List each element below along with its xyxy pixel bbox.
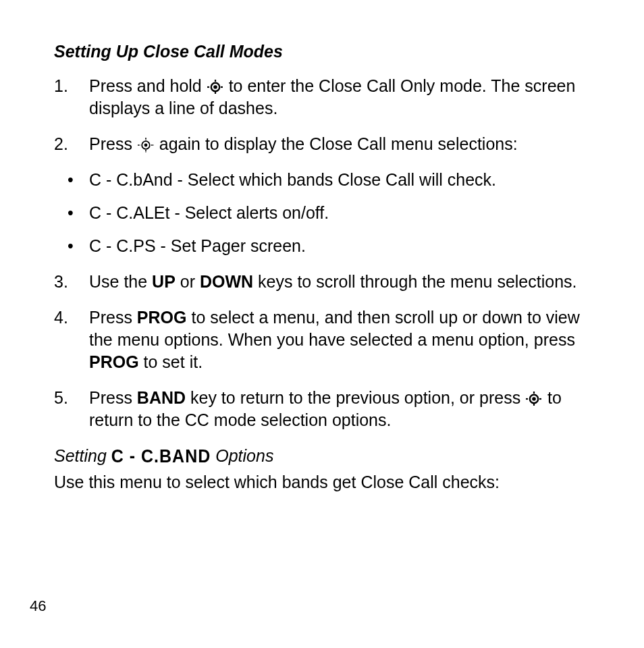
text-fragment: Press xyxy=(89,134,137,153)
close-call-icon xyxy=(207,80,224,94)
text-fragment: or xyxy=(176,272,200,291)
bullet-icon: • xyxy=(68,235,89,257)
sub-heading: Setting C - C.BAND Options xyxy=(54,445,597,467)
svg-point-5 xyxy=(213,85,217,89)
key-label: UP xyxy=(152,272,176,291)
ordered-steps-list-cont: 3. Use the UP or DOWN keys to scroll thr… xyxy=(54,271,597,431)
list-item: • C - C.ALEt - Select alerts on/off. xyxy=(54,202,597,224)
section-heading: Setting Up Close Call Modes xyxy=(54,40,597,63)
close-call-icon xyxy=(525,392,543,406)
step-text: Press PROG to select a menu, and then sc… xyxy=(89,306,597,373)
bullet-icon: • xyxy=(68,202,89,224)
key-label: DOWN xyxy=(200,272,253,291)
list-item: • C - C.PS - Set Pager screen. xyxy=(54,235,597,257)
list-text: C - C.PS - Set Pager screen. xyxy=(89,235,597,257)
step-5: 5. Press BAND key to return to the previ… xyxy=(54,387,597,431)
text-fragment: Setting xyxy=(54,446,111,465)
text-fragment: to set it. xyxy=(139,352,203,371)
step-text: Press BAND key to return to the previous… xyxy=(89,387,597,431)
step-number: 4. xyxy=(54,306,89,373)
key-label: PROG xyxy=(137,308,187,327)
step-1: 1. Press and hold to enter the Close Cal… xyxy=(54,75,597,119)
document-page: Setting Up Close Call Modes 1. Press and… xyxy=(0,0,644,648)
svg-point-11 xyxy=(144,144,147,147)
text-fragment: Press xyxy=(89,388,137,407)
close-call-icon xyxy=(137,138,155,153)
bullet-icon: • xyxy=(68,169,89,191)
list-text: C - C.bAnd - Select which bands Close Ca… xyxy=(89,169,597,191)
body-text: Use this menu to select which bands get … xyxy=(54,471,597,493)
step-number: 2. xyxy=(54,133,89,155)
step-text: Press and hold to enter the Close Call O… xyxy=(89,75,597,119)
page-number: 46 xyxy=(30,596,46,616)
key-label: PROG xyxy=(89,352,139,371)
text-fragment: Press xyxy=(89,308,137,327)
bulleted-sub-list: • C - C.bAnd - Select which bands Close … xyxy=(54,169,597,257)
list-text: C - C.ALEt - Select alerts on/off. xyxy=(89,202,597,224)
step-number: 1. xyxy=(54,75,89,119)
step-4: 4. Press PROG to select a menu, and then… xyxy=(54,306,597,373)
step-number: 3. xyxy=(54,271,89,293)
step-text: Press again to display the Close Call me… xyxy=(89,133,597,155)
text-fragment: again to display the Close Call menu sel… xyxy=(159,134,518,153)
key-label: BAND xyxy=(137,388,186,407)
ordered-steps-list: 1. Press and hold to enter the Close Cal… xyxy=(54,75,597,155)
step-2: 2. Press again to display the Close Call… xyxy=(54,133,597,155)
list-item: • C - C.bAnd - Select which bands Close … xyxy=(54,169,597,191)
step-text: Use the UP or DOWN keys to scroll throug… xyxy=(89,271,597,293)
text-fragment: Press and hold xyxy=(89,76,207,95)
text-fragment: key to return to the previous option, or… xyxy=(186,388,525,407)
text-fragment: Options xyxy=(211,446,273,465)
svg-point-17 xyxy=(532,397,536,401)
text-fragment: Use the xyxy=(89,272,152,291)
text-fragment: keys to scroll through the menu selectio… xyxy=(253,272,576,291)
step-3: 3. Use the UP or DOWN keys to scroll thr… xyxy=(54,271,597,293)
lcd-text: C - C.BAND xyxy=(111,443,211,468)
step-number: 5. xyxy=(54,387,89,431)
